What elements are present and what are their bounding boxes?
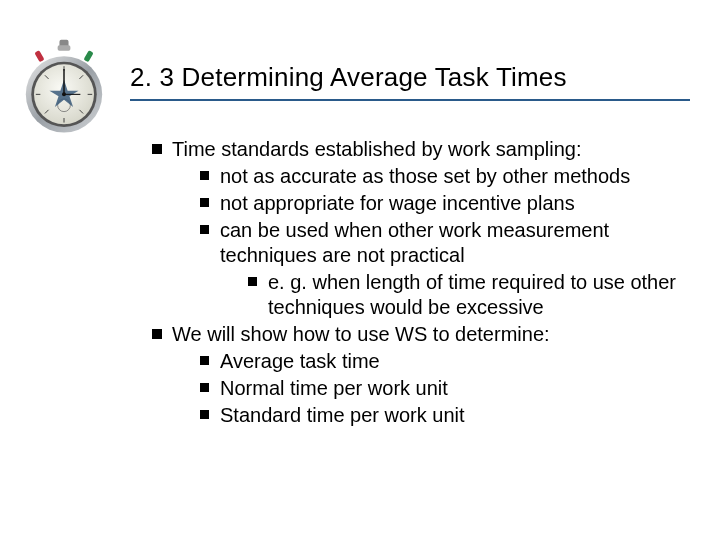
- bullet-text: not appropriate for wage incentive plans: [220, 192, 575, 214]
- bullet-text: not as accurate as those set by other me…: [220, 165, 630, 187]
- title-underline: [130, 99, 690, 101]
- bullet-list-level3: e. g. when length of time required to us…: [246, 270, 698, 320]
- bullet-text: Average task time: [220, 350, 380, 372]
- list-item: not appropriate for wage incentive plans: [198, 191, 698, 216]
- bullet-list-level2: Average task time Normal time per work u…: [198, 349, 698, 428]
- bullet-text: can be used when other work measurement …: [220, 219, 609, 266]
- list-item: Standard time per work unit: [198, 403, 698, 428]
- bullet-text: Time standards established by work sampl…: [172, 138, 581, 160]
- svg-rect-1: [58, 45, 71, 50]
- list-item: Normal time per work unit: [198, 376, 698, 401]
- bullet-list-level2: not as accurate as those set by other me…: [198, 164, 698, 320]
- stopwatch-icon: [18, 38, 110, 138]
- slide-title: 2. 3 Determining Average Task Times: [130, 62, 690, 93]
- bullet-list-level1: Time standards established by work sampl…: [150, 137, 698, 428]
- list-item: can be used when other work measurement …: [198, 218, 698, 320]
- list-item: We will show how to use WS to determine:…: [150, 322, 698, 428]
- slide: 2. 3 Determining Average Task Times Time…: [0, 0, 720, 540]
- title-block: 2. 3 Determining Average Task Times: [130, 62, 690, 101]
- list-item: Average task time: [198, 349, 698, 374]
- bullet-text: e. g. when length of time required to us…: [268, 271, 676, 318]
- bullet-text: Normal time per work unit: [220, 377, 448, 399]
- bullet-text: We will show how to use WS to determine:: [172, 323, 550, 345]
- list-item: Time standards established by work sampl…: [150, 137, 698, 320]
- svg-rect-2: [34, 50, 44, 62]
- list-item: e. g. when length of time required to us…: [246, 270, 698, 320]
- bullet-text: Standard time per work unit: [220, 404, 465, 426]
- svg-point-19: [62, 92, 66, 96]
- list-item: not as accurate as those set by other me…: [198, 164, 698, 189]
- body-content: Time standards established by work sampl…: [150, 135, 698, 430]
- svg-rect-3: [83, 50, 93, 62]
